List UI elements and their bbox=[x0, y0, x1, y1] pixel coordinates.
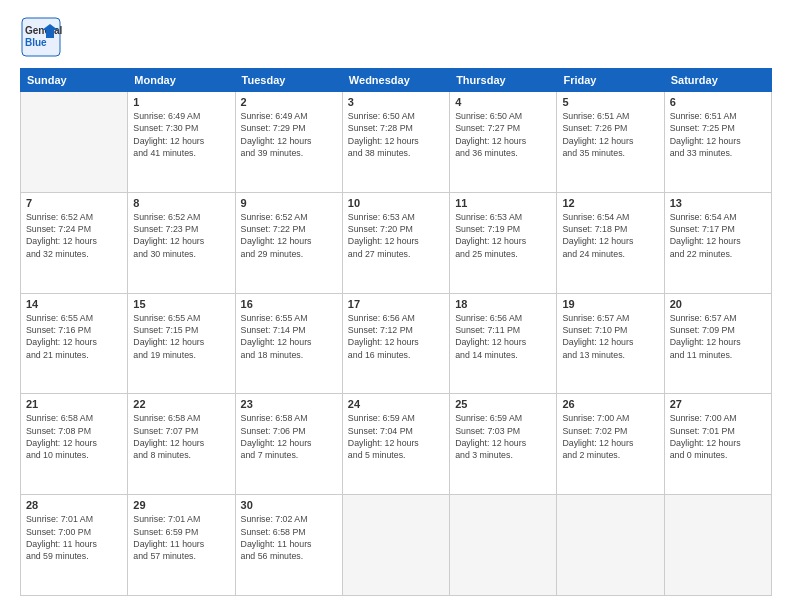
day-number: 4 bbox=[455, 96, 551, 108]
day-number: 8 bbox=[133, 197, 229, 209]
calendar-header-row: Sunday Monday Tuesday Wednesday Thursday… bbox=[21, 69, 772, 92]
calendar-cell: 25Sunrise: 6:59 AM Sunset: 7:03 PM Dayli… bbox=[450, 394, 557, 495]
calendar-cell: 3Sunrise: 6:50 AM Sunset: 7:28 PM Daylig… bbox=[342, 92, 449, 193]
day-info: Sunrise: 6:59 AM Sunset: 7:03 PM Dayligh… bbox=[455, 412, 551, 461]
calendar-cell: 27Sunrise: 7:00 AM Sunset: 7:01 PM Dayli… bbox=[664, 394, 771, 495]
calendar-cell: 14Sunrise: 6:55 AM Sunset: 7:16 PM Dayli… bbox=[21, 293, 128, 394]
calendar-cell: 21Sunrise: 6:58 AM Sunset: 7:08 PM Dayli… bbox=[21, 394, 128, 495]
day-info: Sunrise: 6:52 AM Sunset: 7:22 PM Dayligh… bbox=[241, 211, 337, 260]
calendar-cell bbox=[21, 92, 128, 193]
calendar-cell bbox=[557, 495, 664, 596]
day-info: Sunrise: 6:58 AM Sunset: 7:07 PM Dayligh… bbox=[133, 412, 229, 461]
col-thursday: Thursday bbox=[450, 69, 557, 92]
day-info: Sunrise: 6:57 AM Sunset: 7:10 PM Dayligh… bbox=[562, 312, 658, 361]
day-info: Sunrise: 6:50 AM Sunset: 7:27 PM Dayligh… bbox=[455, 110, 551, 159]
calendar-cell: 2Sunrise: 6:49 AM Sunset: 7:29 PM Daylig… bbox=[235, 92, 342, 193]
day-number: 7 bbox=[26, 197, 122, 209]
logo: General Blue bbox=[20, 16, 62, 58]
calendar-week-row: 14Sunrise: 6:55 AM Sunset: 7:16 PM Dayli… bbox=[21, 293, 772, 394]
svg-text:General: General bbox=[25, 25, 62, 36]
calendar-week-row: 21Sunrise: 6:58 AM Sunset: 7:08 PM Dayli… bbox=[21, 394, 772, 495]
day-info: Sunrise: 6:59 AM Sunset: 7:04 PM Dayligh… bbox=[348, 412, 444, 461]
day-info: Sunrise: 6:55 AM Sunset: 7:16 PM Dayligh… bbox=[26, 312, 122, 361]
day-info: Sunrise: 6:58 AM Sunset: 7:06 PM Dayligh… bbox=[241, 412, 337, 461]
day-number: 10 bbox=[348, 197, 444, 209]
day-number: 18 bbox=[455, 298, 551, 310]
day-number: 28 bbox=[26, 499, 122, 511]
calendar-cell: 13Sunrise: 6:54 AM Sunset: 7:17 PM Dayli… bbox=[664, 192, 771, 293]
day-number: 13 bbox=[670, 197, 766, 209]
day-info: Sunrise: 6:53 AM Sunset: 7:20 PM Dayligh… bbox=[348, 211, 444, 260]
calendar-cell: 24Sunrise: 6:59 AM Sunset: 7:04 PM Dayli… bbox=[342, 394, 449, 495]
day-number: 11 bbox=[455, 197, 551, 209]
calendar-week-row: 7Sunrise: 6:52 AM Sunset: 7:24 PM Daylig… bbox=[21, 192, 772, 293]
day-info: Sunrise: 6:51 AM Sunset: 7:26 PM Dayligh… bbox=[562, 110, 658, 159]
day-info: Sunrise: 6:54 AM Sunset: 7:18 PM Dayligh… bbox=[562, 211, 658, 260]
calendar-cell: 1Sunrise: 6:49 AM Sunset: 7:30 PM Daylig… bbox=[128, 92, 235, 193]
calendar-cell: 23Sunrise: 6:58 AM Sunset: 7:06 PM Dayli… bbox=[235, 394, 342, 495]
calendar-cell: 20Sunrise: 6:57 AM Sunset: 7:09 PM Dayli… bbox=[664, 293, 771, 394]
day-info: Sunrise: 6:53 AM Sunset: 7:19 PM Dayligh… bbox=[455, 211, 551, 260]
day-number: 15 bbox=[133, 298, 229, 310]
col-tuesday: Tuesday bbox=[235, 69, 342, 92]
calendar-cell: 29Sunrise: 7:01 AM Sunset: 6:59 PM Dayli… bbox=[128, 495, 235, 596]
day-number: 25 bbox=[455, 398, 551, 410]
calendar-cell: 12Sunrise: 6:54 AM Sunset: 7:18 PM Dayli… bbox=[557, 192, 664, 293]
day-info: Sunrise: 7:01 AM Sunset: 6:59 PM Dayligh… bbox=[133, 513, 229, 562]
calendar-cell: 6Sunrise: 6:51 AM Sunset: 7:25 PM Daylig… bbox=[664, 92, 771, 193]
day-info: Sunrise: 6:52 AM Sunset: 7:24 PM Dayligh… bbox=[26, 211, 122, 260]
day-number: 23 bbox=[241, 398, 337, 410]
day-number: 5 bbox=[562, 96, 658, 108]
calendar-week-row: 1Sunrise: 6:49 AM Sunset: 7:30 PM Daylig… bbox=[21, 92, 772, 193]
day-info: Sunrise: 6:51 AM Sunset: 7:25 PM Dayligh… bbox=[670, 110, 766, 159]
day-info: Sunrise: 6:54 AM Sunset: 7:17 PM Dayligh… bbox=[670, 211, 766, 260]
calendar-cell: 28Sunrise: 7:01 AM Sunset: 7:00 PM Dayli… bbox=[21, 495, 128, 596]
day-info: Sunrise: 6:49 AM Sunset: 7:30 PM Dayligh… bbox=[133, 110, 229, 159]
calendar-cell: 18Sunrise: 6:56 AM Sunset: 7:11 PM Dayli… bbox=[450, 293, 557, 394]
day-number: 17 bbox=[348, 298, 444, 310]
day-info: Sunrise: 6:58 AM Sunset: 7:08 PM Dayligh… bbox=[26, 412, 122, 461]
day-info: Sunrise: 7:01 AM Sunset: 7:00 PM Dayligh… bbox=[26, 513, 122, 562]
day-number: 2 bbox=[241, 96, 337, 108]
day-number: 29 bbox=[133, 499, 229, 511]
day-info: Sunrise: 6:55 AM Sunset: 7:14 PM Dayligh… bbox=[241, 312, 337, 361]
calendar-cell bbox=[664, 495, 771, 596]
day-info: Sunrise: 7:00 AM Sunset: 7:02 PM Dayligh… bbox=[562, 412, 658, 461]
day-number: 14 bbox=[26, 298, 122, 310]
calendar-cell: 4Sunrise: 6:50 AM Sunset: 7:27 PM Daylig… bbox=[450, 92, 557, 193]
calendar-cell: 5Sunrise: 6:51 AM Sunset: 7:26 PM Daylig… bbox=[557, 92, 664, 193]
day-number: 24 bbox=[348, 398, 444, 410]
day-number: 27 bbox=[670, 398, 766, 410]
calendar-cell: 30Sunrise: 7:02 AM Sunset: 6:58 PM Dayli… bbox=[235, 495, 342, 596]
calendar-cell bbox=[450, 495, 557, 596]
col-monday: Monday bbox=[128, 69, 235, 92]
day-info: Sunrise: 6:56 AM Sunset: 7:12 PM Dayligh… bbox=[348, 312, 444, 361]
calendar-table: Sunday Monday Tuesday Wednesday Thursday… bbox=[20, 68, 772, 596]
day-info: Sunrise: 6:56 AM Sunset: 7:11 PM Dayligh… bbox=[455, 312, 551, 361]
day-number: 16 bbox=[241, 298, 337, 310]
day-info: Sunrise: 7:00 AM Sunset: 7:01 PM Dayligh… bbox=[670, 412, 766, 461]
day-info: Sunrise: 7:02 AM Sunset: 6:58 PM Dayligh… bbox=[241, 513, 337, 562]
calendar-cell: 19Sunrise: 6:57 AM Sunset: 7:10 PM Dayli… bbox=[557, 293, 664, 394]
svg-text:Blue: Blue bbox=[25, 37, 47, 48]
day-info: Sunrise: 6:52 AM Sunset: 7:23 PM Dayligh… bbox=[133, 211, 229, 260]
day-number: 19 bbox=[562, 298, 658, 310]
day-number: 9 bbox=[241, 197, 337, 209]
page: General Blue Sunday Monday Tuesday Wedne… bbox=[0, 0, 792, 612]
day-info: Sunrise: 6:50 AM Sunset: 7:28 PM Dayligh… bbox=[348, 110, 444, 159]
calendar-cell: 10Sunrise: 6:53 AM Sunset: 7:20 PM Dayli… bbox=[342, 192, 449, 293]
col-friday: Friday bbox=[557, 69, 664, 92]
calendar-cell: 8Sunrise: 6:52 AM Sunset: 7:23 PM Daylig… bbox=[128, 192, 235, 293]
calendar-cell: 17Sunrise: 6:56 AM Sunset: 7:12 PM Dayli… bbox=[342, 293, 449, 394]
calendar-week-row: 28Sunrise: 7:01 AM Sunset: 7:00 PM Dayli… bbox=[21, 495, 772, 596]
col-sunday: Sunday bbox=[21, 69, 128, 92]
day-number: 30 bbox=[241, 499, 337, 511]
logo-icon: General Blue bbox=[20, 16, 62, 58]
calendar-cell: 9Sunrise: 6:52 AM Sunset: 7:22 PM Daylig… bbox=[235, 192, 342, 293]
day-number: 1 bbox=[133, 96, 229, 108]
calendar-cell: 15Sunrise: 6:55 AM Sunset: 7:15 PM Dayli… bbox=[128, 293, 235, 394]
col-saturday: Saturday bbox=[664, 69, 771, 92]
calendar-cell: 16Sunrise: 6:55 AM Sunset: 7:14 PM Dayli… bbox=[235, 293, 342, 394]
day-number: 3 bbox=[348, 96, 444, 108]
day-number: 22 bbox=[133, 398, 229, 410]
